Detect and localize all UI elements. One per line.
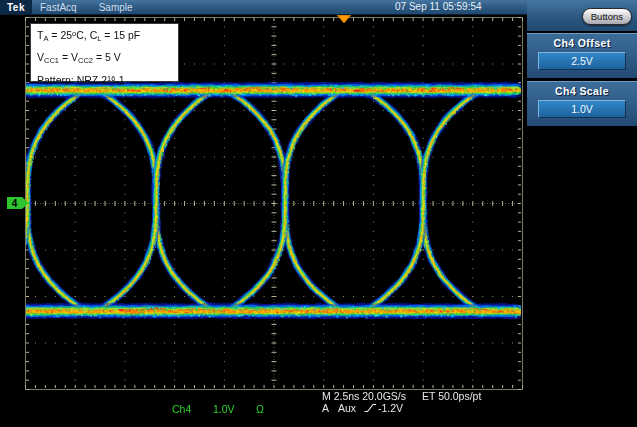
annotation-line-pattern: Pattern: NRZ 216-1 [37, 70, 178, 89]
timebase-readout: M 2.5ns 20.0GS/s [322, 390, 406, 402]
ch4-offset-value[interactable]: 2.5V [538, 52, 626, 70]
buttons-button[interactable]: Buttons [582, 8, 632, 25]
menu-item-fastacq[interactable]: FastAcq [40, 2, 77, 13]
trigger-source-readout: Aux [338, 402, 356, 414]
et-readout: ET 50.0ps/pt [422, 390, 481, 402]
ch4-readout-coupling: Ω [256, 403, 264, 415]
datetime-readout: 07 Sep 11 05:59:54 [395, 1, 482, 12]
side-control-panel: Buttons Ch4 Offset 2.5V Ch4 Scale 1.0V [527, 0, 637, 427]
ch4-scale-panel: Ch4 Scale 1.0V [527, 81, 637, 126]
sidebar-top-bar: Buttons [527, 0, 637, 31]
rising-edge-icon [364, 402, 377, 413]
ch4-scale-value[interactable]: 1.0V [538, 100, 626, 118]
menu-item-sample[interactable]: Sample [99, 2, 133, 13]
trigger-mode-readout: A [322, 402, 329, 414]
ch4-offset-panel: Ch4 Offset 2.5V [527, 33, 637, 78]
annotation-box: TA = 25oC, CL = 15 pF VCC1 = VCC2 = 5 V … [30, 23, 179, 82]
annotation-line-supply: VCC1 = VCC2 = 5 V [37, 48, 178, 70]
ch4-offset-label: Ch4 Offset [527, 37, 637, 49]
ch4-readout-scale: 1.0V [213, 403, 235, 415]
ch4-marker-label: 4 [7, 197, 22, 209]
ch4-readout-name: Ch4 [172, 403, 191, 415]
trigger-slope-readout [362, 402, 379, 414]
oscilloscope-screen: Tek FastAcq Sample 07 Sep 11 05:59:54 Bu… [0, 0, 637, 427]
channel-arrow-icon [22, 197, 29, 209]
trigger-level-readout: -1.2V [378, 402, 403, 414]
tek-logo: Tek [0, 0, 32, 14]
ch4-scale-label: Ch4 Scale [527, 85, 637, 97]
ch4-ground-marker[interactable]: 4 [7, 197, 29, 209]
annotation-line-conditions: TA = 25oC, CL = 15 pF [37, 25, 178, 48]
